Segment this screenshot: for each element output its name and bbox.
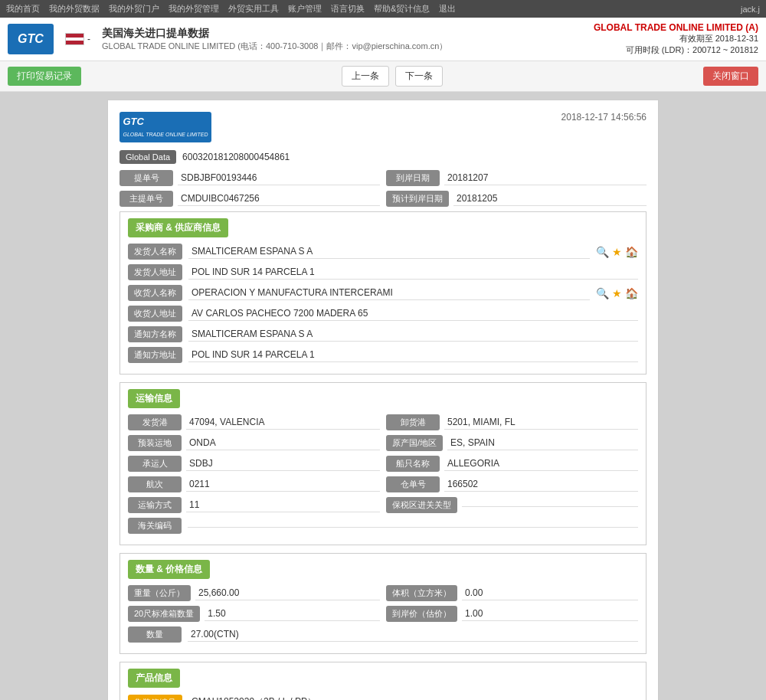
arrival-date-value: 20181207 <box>444 171 647 185</box>
consignee-name-row: 收货人名称 OPERACION Y MANUFACTURA INTERCERAM… <box>128 285 638 301</box>
card-datetime: 2018-12-17 14:56:56 <box>561 112 647 123</box>
volume-value: 0.00 <box>462 586 638 600</box>
nav-help[interactable]: 帮助&贸计信息 <box>374 3 430 15</box>
customs-code-row: 海关编码 <box>128 518 638 534</box>
vessel-field: 船只名称 ALLEGORIA <box>386 456 638 472</box>
bonded-area-value <box>462 503 638 507</box>
logo-image: GTC <box>8 24 54 54</box>
header: GTC - 美国海关进口提单数据 GLOBAL TRADE ONLINE LIM… <box>0 18 766 61</box>
bill-no-field: 提单号 SDBJBF00193446 <box>119 170 380 186</box>
quantity-price-section: 数量 & 价格信息 重量（公斤） 25,660.00 体积（立方米） 0.00 … <box>119 553 647 654</box>
weight-value: 25,660.00 <box>195 586 380 600</box>
carrier-field: 承运人 SDBJ <box>128 456 380 472</box>
shipper-addr-label: 发货人地址 <box>128 264 182 280</box>
transport-mode-field: 运输方式 11 <box>128 497 380 513</box>
username: jack.j <box>741 5 760 14</box>
arrival-date-field: 到岸日期 20181207 <box>386 170 647 186</box>
notify-name-row: 通知方名称 SMALTICERAM ESPANA S A <box>128 326 638 342</box>
carrier-label: 承运人 <box>128 456 182 472</box>
carrier-value: SDBJ <box>186 456 380 471</box>
consignee-name-value: OPERACION Y MANUFACTURA INTERCERAMI <box>188 286 590 300</box>
container-no-value: CMAU1853039（2B / L / PP） <box>188 694 638 700</box>
declared-price-label: 到岸价（估价） <box>386 606 457 622</box>
product-section: 产品信息 集装箱编号 CMAU1853039（2B / L / PP） 集装箱尺… <box>119 662 647 700</box>
nav-language[interactable]: 语言切换 <box>331 3 365 15</box>
master-bill-field: 主提单号 CMDUIBC0467256 <box>119 191 380 207</box>
consignee-home-icon[interactable]: 🏠 <box>625 287 638 299</box>
shipper-home-icon[interactable]: 🏠 <box>625 246 638 258</box>
card-logo-text: GTCGLOBAL TRADE ONLINE LIMITED <box>123 116 208 139</box>
valid-until: 有效期至 2018-12-31 <box>594 33 758 44</box>
consignee-addr-row: 收货人地址 AV CARLOS PACHECO 7200 MADERA 65 <box>128 306 638 322</box>
transport-mode-value: 11 <box>186 498 380 512</box>
notify-addr-row: 通知方地址 POL IND SUR 14 PARCELA 1 <box>128 347 638 363</box>
quantity-price-title: 数量 & 价格信息 <box>128 560 210 579</box>
nav-trade-tools[interactable]: 外贸实用工具 <box>228 3 279 15</box>
bill-row: 提单号 SDBJBF00193446 到岸日期 20181207 <box>119 170 647 186</box>
logo-text: GTC <box>18 32 44 46</box>
bonded-area-label: 保税区进关关型 <box>386 497 457 513</box>
bill-no-label: 提单号 <box>119 170 173 186</box>
eta-value: 20181205 <box>453 191 647 206</box>
origin-label: 原产国/地区 <box>386 435 443 451</box>
shipper-addr-value: POL IND SUR 14 PARCELA 1 <box>188 265 638 280</box>
card-header: GTCGLOBAL TRADE ONLINE LIMITED 2018-12-1… <box>119 112 647 142</box>
declared-price-value: 1.00 <box>462 607 638 621</box>
shipper-star-icon[interactable]: ★ <box>612 246 622 258</box>
prev-button-top[interactable]: 上一条 <box>342 66 389 87</box>
user-info: jack.j <box>741 5 760 14</box>
consignee-addr-value: AV CARLOS PACHECO 7200 MADERA 65 <box>188 306 638 321</box>
consignee-icons: 🔍 ★ 🏠 <box>596 287 638 299</box>
master-bill-label: 主提单号 <box>119 191 173 207</box>
arrival-date-label: 到岸日期 <box>386 170 440 186</box>
voyage-field: 航次 0211 <box>128 476 380 492</box>
consignee-star-icon[interactable]: ★ <box>612 287 622 299</box>
voyage-label: 航次 <box>128 476 182 492</box>
transport-section: 运输信息 发货港 47094, VALENCIA 卸货港 5201, MIAMI… <box>119 382 647 545</box>
notify-addr-label: 通知方地址 <box>128 347 182 363</box>
nav-trade-management[interactable]: 我的外贸管理 <box>169 3 219 15</box>
declared-price-field: 到岸价（估价） 1.00 <box>386 606 638 622</box>
origin-value: ES, SPAIN <box>447 436 638 450</box>
shipper-icons: 🔍 ★ 🏠 <box>596 246 638 258</box>
consignee-addr-label: 收货人地址 <box>128 306 182 322</box>
origin-field: 原产国/地区 ES, SPAIN <box>386 435 638 451</box>
bill-no-value: SDBJBF00193446 <box>178 171 380 185</box>
main-content: GTCGLOBAL TRADE ONLINE LIMITED 2018-12-1… <box>0 92 766 700</box>
global-data-value: 600320181208000454861 <box>182 152 290 162</box>
nav-account[interactable]: 账户管理 <box>288 3 322 15</box>
arrival-port-label: 卸货港 <box>386 414 440 430</box>
buyer-supplier-section: 采购商 & 供应商信息 发货人名称 SMALTICERAM ESPANA S A… <box>119 211 647 375</box>
consignee-name-label: 收货人名称 <box>128 285 182 301</box>
nav-links: 我的首页 我的外贸数据 我的外贸门户 我的外贸管理 外贸实用工具 账户管理 语言… <box>6 3 456 15</box>
nav-trade-portal[interactable]: 我的外贸门户 <box>109 3 159 15</box>
arrival-port-value: 5201, MIAMI, FL <box>444 415 638 430</box>
nav-logout[interactable]: 退出 <box>439 3 456 15</box>
next-button-top[interactable]: 下一条 <box>395 66 443 87</box>
bonded-area-field: 保税区进关关型 <box>386 497 638 513</box>
weight-label: 重量（公斤） <box>128 585 191 601</box>
consignee-search-icon[interactable]: 🔍 <box>596 287 609 299</box>
shipper-search-icon[interactable]: 🔍 <box>596 246 609 258</box>
product-title: 产品信息 <box>128 669 180 688</box>
header-right-info: GLOBAL TRADE ONLINE LIMITED (A) 有效期至 201… <box>594 22 758 56</box>
twenty-ft-value: 1.50 <box>205 607 380 621</box>
departure-port-label: 发货港 <box>128 414 182 430</box>
transport-title: 运输信息 <box>128 389 180 408</box>
flag-icon <box>65 33 84 45</box>
global-data-badge: Global Data <box>119 150 176 164</box>
quantity-label: 数量 <box>128 626 182 643</box>
quantity-value: 27.00(CTN) <box>188 627 638 642</box>
language-flag[interactable]: - <box>65 33 90 45</box>
buyer-supplier-title: 采购商 & 供应商信息 <box>128 218 228 237</box>
container-no-label: 集装箱编号 <box>128 695 182 701</box>
header-title-block: 美国海关进口提单数据 GLOBAL TRADE ONLINE LIMITED (… <box>102 27 447 52</box>
nav-trade-data[interactable]: 我的外贸数据 <box>49 3 100 15</box>
close-button-top[interactable]: 关闭窗口 <box>703 67 758 86</box>
print-button-top[interactable]: 打印贸易记录 <box>8 67 81 86</box>
shipper-addr-row: 发货人地址 POL IND SUR 14 PARCELA 1 <box>128 264 638 280</box>
carrier-row: 承运人 SDBJ 船只名称 ALLEGORIA <box>128 456 638 472</box>
warehouse-field: 仓单号 166502 <box>386 476 638 492</box>
nav-home[interactable]: 我的首页 <box>6 3 40 15</box>
logo-area: GTC <box>8 24 54 54</box>
